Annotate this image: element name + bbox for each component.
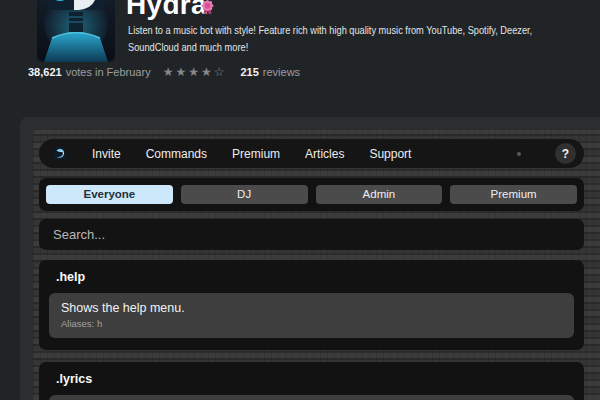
commands-widget-panel: Invite Commands Premium Articles Support…	[20, 117, 600, 400]
description-line: Listen to a music bot with style! Featur…	[128, 22, 532, 39]
question-mark-icon: ?	[562, 147, 569, 161]
command-card-lyrics: .lyrics Shows lyrics for the currently p…	[39, 362, 584, 400]
command-name: .help	[56, 270, 574, 284]
bot-description: Listen to a music bot with style! Featur…	[128, 22, 532, 56]
reviews-label: reviews	[263, 66, 300, 78]
votes-label: votes in February	[66, 66, 151, 78]
bot-title: Hydra	[126, 0, 207, 19]
bot-listing-page: Hydra Listen to a music bot with style! …	[0, 0, 600, 400]
help-button[interactable]: ?	[555, 143, 576, 164]
star-empty-icon: ☆	[214, 65, 227, 79]
nav-link-support[interactable]: Support	[369, 147, 411, 161]
star-filled-icons: ★★★★	[163, 65, 214, 79]
command-card-help: .help Shows the help menu. Aliases: h	[39, 260, 584, 350]
widget-navbar: Invite Commands Premium Articles Support…	[39, 139, 584, 168]
widget-textured-background: Invite Commands Premium Articles Support…	[33, 130, 600, 400]
nav-link-commands[interactable]: Commands	[146, 147, 207, 161]
command-name: .lyrics	[56, 372, 574, 386]
command-aliases: Aliases: h	[61, 318, 562, 330]
search-input[interactable]	[39, 227, 584, 242]
tab-premium[interactable]: Premium	[450, 185, 577, 204]
category-tabs: Everyone DJ Admin Premium	[39, 178, 584, 211]
command-detail-box: Shows the help menu. Aliases: h	[49, 293, 574, 338]
command-detail-box: Shows lyrics for the currently playing s…	[49, 395, 574, 400]
command-description: Shows the help menu.	[61, 300, 562, 316]
search-box	[39, 219, 584, 250]
certified-badge-icon	[200, 0, 215, 15]
hydra-logo-icon	[52, 146, 67, 161]
votes-count: 38,621	[28, 66, 62, 78]
stats-row: 38,621 votes in February ★★★★☆ 215 revie…	[28, 64, 300, 80]
bot-avatar	[37, 0, 115, 62]
tab-dj[interactable]: DJ	[181, 185, 308, 204]
nav-link-premium[interactable]: Premium	[232, 147, 280, 161]
description-line: SoundCloud and much more!	[128, 39, 532, 56]
tab-everyone[interactable]: Everyone	[46, 185, 173, 204]
nav-link-invite[interactable]: Invite	[92, 147, 121, 161]
robot-avatar-image	[37, 0, 115, 62]
rating-stars: ★★★★☆	[163, 66, 227, 78]
reviews-count: 215	[240, 66, 258, 78]
status-dot-icon	[517, 152, 521, 156]
nav-link-articles[interactable]: Articles	[305, 147, 344, 161]
tab-admin[interactable]: Admin	[316, 185, 443, 204]
